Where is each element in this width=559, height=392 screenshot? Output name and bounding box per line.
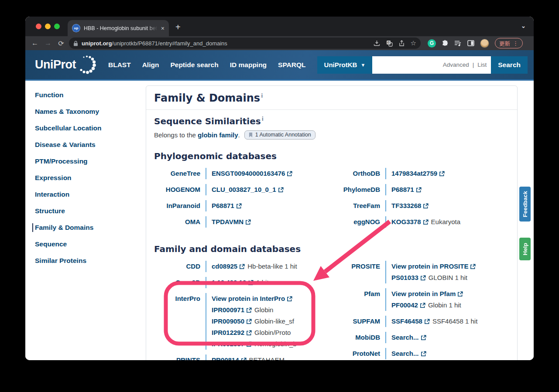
search-input[interactable]	[377, 61, 442, 68]
profile-avatar[interactable]	[480, 39, 489, 48]
split-view-icon[interactable]	[467, 40, 474, 46]
db-link[interactable]: PS01033	[391, 272, 426, 283]
sidebar-item-sequence[interactable]: Sequence	[35, 236, 146, 252]
db-link[interactable]: IPR002337	[212, 338, 252, 350]
sidebar-item-family-domains[interactable]: Family & Domains	[35, 219, 146, 236]
db-row: PfamView protein in Pfam PF00042 Globin …	[329, 288, 509, 311]
db-link[interactable]: View protein in PROSITE	[391, 261, 476, 272]
uniprot-logo[interactable]: UniProt	[35, 55, 97, 75]
browser-window: up HBB - Hemoglobin subunit beta × + ⌄ ←…	[25, 17, 534, 360]
external-link-icon	[420, 275, 426, 281]
db-link[interactable]: TPDAVMN	[212, 216, 251, 228]
forward-button[interactable]: →	[43, 39, 53, 47]
close-window-button[interactable]	[36, 24, 41, 29]
db-entry-line: View protein in Pfam	[391, 288, 463, 300]
external-link-icon	[245, 219, 251, 225]
db-link[interactable]: View protein in InterPro	[212, 293, 292, 304]
browser-tab[interactable]: up HBB - Hemoglobin subunit beta ×	[68, 20, 169, 36]
header-nav: BLASTAlignPeptide searchID mappingSPARQL	[108, 61, 306, 69]
db-link[interactable]: View protein in Pfam	[391, 288, 463, 300]
db-row: CDDcd08925 Hb-beta-like 1 hit	[154, 261, 329, 272]
db-entry-description: Eukaryota	[431, 216, 461, 228]
db-name-phylomedb: PhylomeDB	[329, 184, 385, 195]
db-link[interactable]: P68871	[391, 184, 422, 195]
db-entry-description: 1 hit	[256, 277, 268, 288]
db-link[interactable]: 1479834at2759	[391, 168, 445, 179]
browser-update-button[interactable]: 更新 ⋮	[495, 38, 523, 48]
sidebar-item-similar-proteins[interactable]: Similar Proteins	[35, 252, 146, 269]
back-button[interactable]: ←	[30, 39, 40, 47]
external-link-icon	[246, 341, 252, 347]
sidebar-item-expression[interactable]: Expression	[35, 170, 146, 186]
sidebar-item-structure[interactable]: Structure	[35, 203, 146, 219]
extensions-puzzle-icon[interactable]	[442, 40, 449, 47]
bookmark-star-icon[interactable]: ☆	[411, 39, 416, 47]
nav-align[interactable]: Align	[142, 61, 159, 69]
db-link[interactable]: PR00814	[212, 355, 247, 360]
db-link[interactable]: 1.10.490.10	[212, 277, 254, 288]
external-link-icon	[423, 219, 429, 225]
sidebar-item-interaction[interactable]: Interaction	[35, 186, 146, 203]
db-row: MobiDBSearch...	[329, 332, 509, 343]
translate-icon[interactable]: G	[386, 40, 393, 47]
playlist-extension-icon[interactable]	[454, 40, 462, 47]
db-link[interactable]: IPR000971	[212, 304, 252, 316]
db-entry-line: IPR012292 Globin/Proto	[212, 327, 297, 338]
nav-blast[interactable]: BLAST	[108, 61, 131, 69]
advanced-search-link[interactable]: Advanced	[443, 61, 469, 68]
db-link[interactable]: IPR009050	[212, 316, 252, 327]
search-button[interactable]: Search	[491, 56, 528, 74]
db-link[interactable]: KOG3378	[391, 216, 429, 228]
new-tab-button[interactable]: +	[175, 23, 181, 31]
page-title: Family & Domainsi	[154, 92, 509, 109]
db-link[interactable]: cd08925	[212, 261, 245, 272]
tab-search-chevron-icon[interactable]: ⌄	[521, 23, 526, 29]
sidebar-item-names-taxonomy[interactable]: Names & Taxonomy	[35, 103, 146, 120]
minimize-window-button[interactable]	[45, 24, 51, 29]
db-link[interactable]: SSF46458	[391, 316, 430, 327]
url-text: uniprot.org/uniprotkb/P68871/entry#famil…	[82, 40, 370, 47]
db-entry-description: Globin-like_sf	[254, 316, 294, 327]
db-link[interactable]: CLU_003827_10_0_1	[212, 184, 284, 195]
sidebar-item-disease-variants[interactable]: Disease & Variants	[35, 136, 146, 153]
db-link[interactable]: PF00042	[391, 300, 425, 311]
tab-close-icon[interactable]: ×	[161, 25, 165, 32]
grammarly-extension-icon[interactable]: G	[428, 39, 436, 48]
uniprotkb-dropdown-label: UniProtKB	[324, 61, 357, 68]
db-row: InterProView protein in InterPro IPR0009…	[154, 293, 329, 350]
install-page-icon[interactable]	[374, 40, 380, 46]
uniprotkb-dropdown[interactable]: UniProtKB ▼	[317, 56, 373, 74]
db-name-prints: PRINTS	[154, 355, 206, 360]
address-bar[interactable]: uniprot.org/uniprotkb/P68871/entry#famil…	[69, 37, 421, 49]
db-value: Search...	[385, 348, 426, 359]
db-entry-line: IPR002337 Hemoglobin_b	[212, 338, 297, 350]
globin-family-link[interactable]: globin family	[198, 131, 238, 139]
browser-toolbar: ← → ⟳ uniprot.org/uniprotkb/P68871/entry…	[25, 36, 534, 50]
nav-id-mapping[interactable]: ID mapping	[230, 61, 267, 69]
db-link[interactable]: TF333268	[391, 200, 429, 211]
sidebar-item-ptm-processing[interactable]: PTM/Processing	[35, 153, 146, 170]
help-tab-button[interactable]: Help	[519, 238, 531, 260]
share-icon[interactable]	[399, 40, 405, 47]
maximize-window-button[interactable]	[54, 24, 60, 29]
nav-peptide-search[interactable]: Peptide search	[170, 61, 218, 69]
sidebar-item-subcellular-location[interactable]: Subcellular Location	[35, 120, 146, 136]
db-entry-line: KOG3378 Eukaryota	[391, 216, 460, 228]
db-link[interactable]: ENSGT00940000163476	[212, 168, 292, 179]
sequence-similarities-text: Belongs to the globin family. 1 Automati…	[154, 130, 509, 140]
db-link[interactable]: P68871	[212, 200, 242, 211]
sidebar-item-function[interactable]: Function	[35, 87, 146, 103]
db-entry-line: PF00042 Globin 1 hit	[391, 300, 463, 311]
db-name-protonet: ProtoNet	[329, 348, 385, 359]
db-link[interactable]: Search...	[391, 332, 426, 343]
nav-sparql[interactable]: SPARQL	[278, 61, 305, 69]
reload-button[interactable]: ⟳	[56, 39, 66, 48]
automatic-annotation-badge[interactable]: 1 Automatic Annotation	[244, 130, 316, 140]
feedback-tab-button[interactable]: Feedback	[519, 187, 531, 222]
info-superscript[interactable]: i	[262, 116, 264, 122]
info-superscript[interactable]: i	[261, 93, 263, 99]
list-link[interactable]: List	[477, 61, 487, 68]
db-link[interactable]: IPR012292	[212, 327, 252, 338]
db-link[interactable]: Search...	[391, 348, 426, 359]
db-entry-line: Search...	[391, 332, 426, 343]
